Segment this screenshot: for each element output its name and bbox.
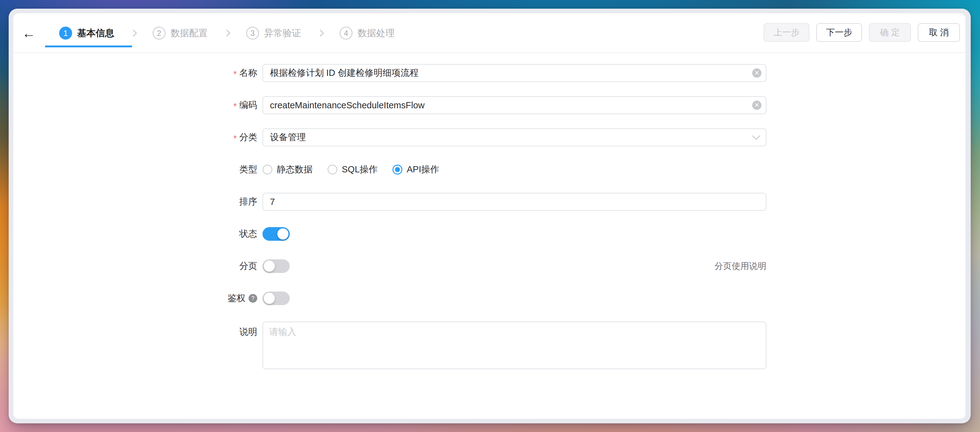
radio-icon xyxy=(262,165,272,175)
form-row-description: 说明 xyxy=(13,321,966,369)
category-selected-value: 设备管理 xyxy=(270,131,306,144)
step-number-badge: 1 xyxy=(59,27,72,40)
sort-input[interactable] xyxy=(262,193,767,211)
clear-icon[interactable]: ✕ xyxy=(752,68,762,78)
category-select[interactable]: 设备管理 xyxy=(262,129,767,146)
chevron-down-icon xyxy=(752,132,760,140)
category-label: * 分类 xyxy=(13,131,257,144)
dialog-window: ← 1 基本信息 2 数据配置 3 异常验证 4 xyxy=(9,9,971,423)
pagination-help-link[interactable]: 分页使用说明 xyxy=(714,260,767,272)
header-actions: 上一步 下一步 确 定 取 消 xyxy=(764,23,960,42)
radio-checked-icon xyxy=(393,165,402,175)
code-input[interactable] xyxy=(262,96,767,114)
step-data-config[interactable]: 2 数据配置 xyxy=(153,27,208,40)
form-row-type: 类型 静态数据 SQL操作 API操作 xyxy=(13,160,966,179)
form-row-code: * 编码 ✕ xyxy=(13,96,966,114)
next-step-button[interactable]: 下一步 xyxy=(816,23,862,42)
pagination-label: 分页 xyxy=(13,260,257,272)
description-textarea[interactable] xyxy=(262,321,767,369)
step-data-processing[interactable]: 4 数据处理 xyxy=(340,27,395,40)
required-asterisk: * xyxy=(233,99,237,111)
form-row-status: 状态 xyxy=(13,225,966,243)
name-label: * 名称 xyxy=(13,67,257,79)
dialog-header: ← 1 基本信息 2 数据配置 3 异常验证 4 xyxy=(13,13,966,53)
step-basic-info[interactable]: 1 基本信息 xyxy=(59,27,114,40)
stepper: 1 基本信息 2 数据配置 3 异常验证 4 数据处理 xyxy=(59,13,395,53)
radio-static-data[interactable]: 静态数据 xyxy=(262,164,313,176)
status-toggle[interactable] xyxy=(262,227,290,241)
clear-icon[interactable]: ✕ xyxy=(752,100,762,110)
toggle-knob xyxy=(277,229,288,240)
chevron-right-icon xyxy=(317,30,324,37)
required-asterisk: * xyxy=(233,67,237,79)
radio-api-operation[interactable]: API操作 xyxy=(393,164,439,176)
chevron-right-icon xyxy=(130,30,137,37)
step-label: 基本信息 xyxy=(77,27,114,40)
description-label: 说明 xyxy=(13,321,257,338)
confirm-button[interactable]: 确 定 xyxy=(869,23,911,42)
form-row-auth: 鉴权 ? xyxy=(13,289,966,307)
code-label: * 编码 xyxy=(13,99,257,111)
required-asterisk: * xyxy=(233,132,237,144)
form-row-name: * 名称 ✕ xyxy=(13,64,966,82)
type-radio-group: 静态数据 SQL操作 API操作 xyxy=(262,164,439,176)
step-number-badge: 4 xyxy=(340,27,353,40)
type-label: 类型 xyxy=(13,164,257,176)
status-label: 状态 xyxy=(13,228,257,240)
auth-toggle[interactable] xyxy=(262,292,290,305)
step-label: 数据配置 xyxy=(170,27,208,40)
toggle-knob xyxy=(264,260,275,272)
step-label: 异常验证 xyxy=(264,27,301,40)
pagination-toggle[interactable] xyxy=(262,259,290,273)
form-row-category: * 分类 设备管理 xyxy=(13,129,966,146)
basic-info-form: * 名称 ✕ * 编码 ✕ * xyxy=(13,53,966,369)
form-row-pagination: 分页 分页使用说明 xyxy=(13,257,966,275)
radio-sql-operation[interactable]: SQL操作 xyxy=(328,164,378,176)
form-row-sort: 排序 xyxy=(13,193,966,211)
back-button[interactable]: ← xyxy=(19,13,39,53)
chevron-right-icon xyxy=(223,30,231,37)
prev-step-button[interactable]: 上一步 xyxy=(764,23,810,42)
auth-label: 鉴权 ? xyxy=(13,292,257,305)
cancel-button[interactable]: 取 消 xyxy=(918,23,960,42)
step-label: 数据处理 xyxy=(358,27,395,40)
step-number-badge: 2 xyxy=(153,27,165,40)
sort-label: 排序 xyxy=(13,195,257,208)
dialog-card: ← 1 基本信息 2 数据配置 3 异常验证 4 xyxy=(13,13,966,419)
name-input[interactable] xyxy=(262,64,767,82)
radio-icon xyxy=(328,165,337,175)
question-circle-icon[interactable]: ? xyxy=(248,294,257,303)
toggle-knob xyxy=(264,293,275,304)
step-number-badge: 3 xyxy=(246,27,259,40)
step-exception-validation[interactable]: 3 异常验证 xyxy=(246,27,301,40)
